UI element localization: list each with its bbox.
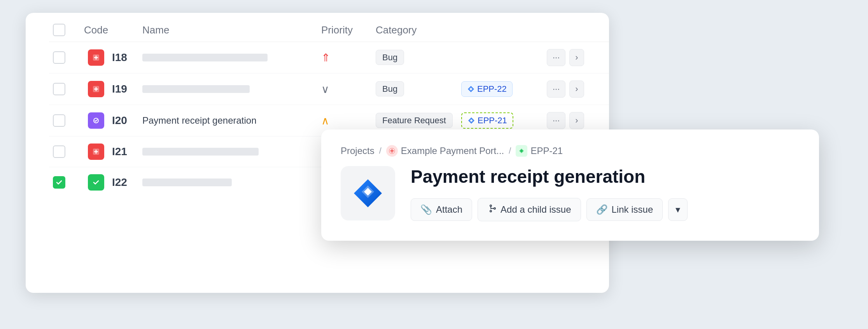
popup-content: Payment receipt generation 📎 Attach (341, 166, 800, 221)
row-code-i18: I18 (104, 51, 127, 64)
row-name-i22 (142, 178, 232, 186)
row-code-i22: I22 (104, 176, 127, 189)
svg-point-19 (494, 208, 495, 209)
row-checkbox-i18[interactable] (53, 51, 65, 64)
priority-icon-i19: ∨ (321, 83, 329, 95)
row-name-i21 (142, 148, 259, 156)
epp-badge-i19[interactable]: EPP-22 (461, 81, 513, 97)
popup-card: Projects / Example Payment Port... / EPP… (321, 130, 819, 241)
status-icon-i19 (88, 81, 104, 97)
col-header-priority: Priority (321, 24, 376, 36)
col-header-code: Code (72, 24, 142, 36)
row-expand-i19[interactable]: › (569, 80, 584, 98)
status-icon-i21 (88, 144, 104, 160)
link-label: Link issue (612, 204, 653, 215)
epp21-icon (516, 145, 527, 157)
col-header-name: Name (142, 24, 321, 36)
breadcrumb-sep-1: / (379, 146, 382, 156)
category-badge-i20: Feature Request (376, 113, 453, 128)
attach-label: Attach (436, 204, 462, 215)
child-issue-icon (487, 204, 497, 215)
project-icon (386, 145, 398, 157)
row-checkbox-i21[interactable] (53, 145, 65, 158)
row-code-i21: I21 (104, 145, 127, 158)
add-child-label: Add a child issue (500, 204, 571, 215)
popup-actions: 📎 Attach Add a child issue (411, 198, 800, 221)
breadcrumb-issue-code: EPP-21 (530, 145, 563, 156)
row-checkbox-i20[interactable] (53, 114, 65, 127)
priority-icon-i20: ∧ (321, 115, 329, 127)
breadcrumb-project[interactable]: Example Payment Port... (386, 145, 504, 157)
table-header: Code Name Priority Category (49, 13, 609, 42)
dropdown-chevron-icon: ▾ (676, 204, 680, 215)
breadcrumb: Projects / Example Payment Port... / EPP… (341, 145, 800, 157)
add-child-issue-button[interactable]: Add a child issue (478, 198, 581, 221)
table-row: I18 ⇑ Bug ··· › (49, 42, 609, 74)
svg-point-18 (490, 210, 492, 212)
breadcrumb-project-name: Example Payment Port... (401, 145, 504, 156)
status-icon-i22 (88, 174, 104, 191)
row-name-i19 (142, 85, 250, 93)
row-menu-i19[interactable]: ··· (547, 80, 565, 98)
row-menu-i20[interactable]: ··· (547, 112, 565, 129)
priority-icon-i18: ⇑ (321, 52, 330, 64)
row-code-i19: I19 (104, 83, 127, 95)
row-checkbox-i19[interactable] (53, 83, 65, 95)
category-badge-i18: Bug (376, 50, 404, 65)
select-all-checkbox[interactable] (53, 24, 65, 36)
link-icon: 🔗 (596, 204, 608, 215)
row-name-i20: Payment receipt generation (142, 115, 257, 126)
attach-button[interactable]: 📎 Attach (411, 198, 472, 221)
col-header-category: Category (376, 24, 461, 36)
row-code-i20: I20 (104, 114, 127, 127)
row-checkbox-i22[interactable] (53, 176, 65, 189)
category-badge-i19: Bug (376, 81, 404, 96)
popup-title: Payment receipt generation (411, 166, 800, 187)
status-icon-i20 (88, 112, 104, 129)
link-issue-button[interactable]: 🔗 Link issue (586, 198, 663, 221)
table-row: I19 ∨ Bug EPP-22 ··· › (49, 74, 609, 105)
breadcrumb-projects[interactable]: Projects (341, 145, 374, 156)
attach-icon: 📎 (420, 204, 432, 215)
app-logo (341, 166, 395, 220)
breadcrumb-issue[interactable]: EPP-21 (516, 145, 563, 157)
breadcrumb-sep-2: / (509, 146, 511, 156)
svg-point-17 (490, 205, 492, 206)
status-icon-i18 (88, 49, 104, 66)
row-expand-i20[interactable]: › (569, 112, 584, 129)
row-name-i18 (142, 54, 268, 61)
row-menu-i18[interactable]: ··· (547, 49, 565, 66)
epp-badge-i20-highlighted[interactable]: EPP-21 (461, 112, 513, 129)
popup-right: Payment receipt generation 📎 Attach (411, 166, 800, 221)
row-expand-i18[interactable]: › (569, 49, 584, 66)
actions-dropdown-button[interactable]: ▾ (668, 198, 688, 221)
